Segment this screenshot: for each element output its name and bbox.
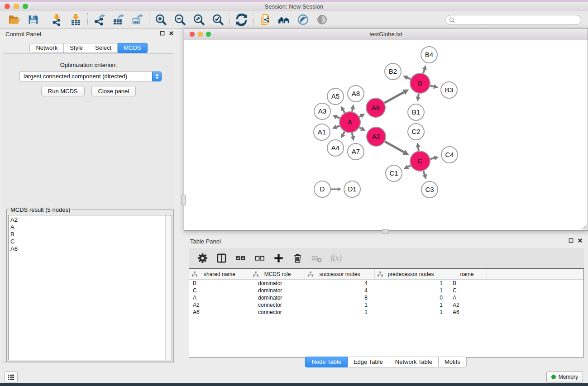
zoom-fit-icon[interactable] xyxy=(192,13,206,26)
column-header-shared-name[interactable]: shared name xyxy=(189,269,250,279)
add-column-icon[interactable] xyxy=(272,253,284,264)
import-table-icon[interactable] xyxy=(69,13,82,26)
delete-table-icon[interactable] xyxy=(311,253,322,264)
column-header-predecessor-nodes[interactable]: predecessor nodes xyxy=(375,269,447,279)
network-minimize-button[interactable] xyxy=(198,32,203,37)
network-titlebar[interactable]: testGlobe.txt xyxy=(184,29,588,41)
table-row[interactable]: A6connector11A6 xyxy=(189,309,583,316)
close-window-button[interactable] xyxy=(5,4,10,9)
graph-node-C4[interactable]: C4 xyxy=(441,147,458,163)
network-close-button[interactable] xyxy=(190,32,195,37)
memory-button[interactable]: Memory xyxy=(546,372,583,382)
settings-icon[interactable] xyxy=(196,253,208,264)
column-header-name[interactable]: name xyxy=(447,269,487,279)
graph-node-A4[interactable]: A4 xyxy=(327,140,344,156)
network-from-selection-icon[interactable] xyxy=(258,13,272,26)
table-cell[interactable]: 1 xyxy=(375,287,447,294)
minimize-window-button[interactable] xyxy=(14,4,19,9)
function-builder-icon[interactable]: f(x) xyxy=(330,253,342,263)
optimization-criterion-dropdown[interactable]: largest connected component (directed) xyxy=(19,71,162,81)
table-cell[interactable]: 1 xyxy=(375,280,447,286)
table-cell[interactable]: 1 xyxy=(305,302,375,308)
table-row[interactable]: Adominator80A xyxy=(189,294,583,301)
float-table-panel-icon[interactable] xyxy=(569,238,574,243)
close-table-panel-icon[interactable] xyxy=(578,238,583,243)
save-icon[interactable] xyxy=(27,13,40,26)
column-header-successor-nodes[interactable]: successor nodes xyxy=(305,269,375,279)
graph-node-B1[interactable]: B1 xyxy=(408,104,424,120)
table-cell[interactable]: 8 xyxy=(305,295,375,301)
open-icon[interactable] xyxy=(8,13,21,26)
graph-node-A7[interactable]: A7 xyxy=(348,143,364,160)
table-cell[interactable]: connector xyxy=(250,302,305,308)
float-panel-icon[interactable] xyxy=(160,31,165,36)
zoom-out-icon[interactable] xyxy=(173,13,186,26)
table-cell[interactable]: dominator xyxy=(250,280,305,286)
mcds-result-item[interactable]: B xyxy=(10,231,166,238)
graph-node-C[interactable]: C xyxy=(410,151,430,171)
run-mcds-button[interactable]: Run MCDS xyxy=(41,86,85,96)
tab-mcds[interactable]: MCDS xyxy=(118,43,147,53)
table-row[interactable]: A2connector11A2 xyxy=(189,301,583,309)
table-cell[interactable]: dominator xyxy=(250,295,305,301)
vertical-splitter-grip[interactable] xyxy=(181,195,186,205)
table-cell[interactable]: 1 xyxy=(305,309,375,315)
show-hide-eye-icon[interactable] xyxy=(316,13,329,26)
graph-node-D1[interactable]: D1 xyxy=(344,181,360,197)
graph-node-C2[interactable]: C2 xyxy=(408,124,424,140)
table-cell[interactable]: 4 xyxy=(305,280,375,286)
task-history-button[interactable] xyxy=(5,372,18,382)
tab-node-table[interactable]: Node Table xyxy=(305,357,348,367)
table-cell[interactable]: B xyxy=(189,280,250,286)
column-header-MCDS-role[interactable]: MCDS role xyxy=(250,269,305,279)
table-cell[interactable]: A xyxy=(447,295,487,301)
table-cell[interactable]: A2 xyxy=(447,302,487,308)
network-zoom-button[interactable] xyxy=(206,32,211,37)
tab-motifs[interactable]: Motifs xyxy=(439,357,467,367)
table-cell[interactable]: A2 xyxy=(189,302,250,308)
resize-grip-icon[interactable] xyxy=(580,223,587,230)
refresh-icon[interactable] xyxy=(235,13,248,26)
zoom-window-button[interactable] xyxy=(23,4,28,9)
table-cell[interactable]: 1 xyxy=(375,309,447,315)
table-cell[interactable]: A xyxy=(189,295,250,301)
graph-node-B2[interactable]: B2 xyxy=(385,63,401,80)
deselect-all-icon[interactable] xyxy=(253,253,265,264)
graph-node-A8[interactable]: A8 xyxy=(348,86,364,102)
graph-node-A[interactable]: A xyxy=(339,112,360,133)
toggle-graphics-details-icon[interactable] xyxy=(296,13,310,26)
table-cell[interactable]: C xyxy=(447,287,487,294)
delete-column-icon[interactable] xyxy=(292,253,303,264)
mcds-result-item[interactable]: A xyxy=(10,224,166,231)
column-view-icon[interactable] xyxy=(215,253,227,264)
import-network-icon[interactable] xyxy=(50,13,63,26)
graph-node-B[interactable]: B xyxy=(410,73,430,93)
table-cell[interactable]: dominator xyxy=(250,287,305,294)
graph-node-D[interactable]: D xyxy=(314,181,330,197)
select-all-icon[interactable] xyxy=(234,253,246,264)
tab-network-table[interactable]: Network Table xyxy=(389,357,439,367)
graph-node-B4[interactable]: B4 xyxy=(421,47,437,63)
graph-node-B3[interactable]: B3 xyxy=(441,82,457,98)
table-cell[interactable]: 4 xyxy=(305,287,375,294)
close-panel-icon[interactable] xyxy=(169,31,174,36)
result-scrollbar[interactable] xyxy=(165,215,172,360)
horizontal-splitter-grip[interactable] xyxy=(382,229,389,234)
table-cell[interactable]: C xyxy=(189,287,250,294)
table-cell[interactable]: A6 xyxy=(447,309,487,315)
search-input[interactable] xyxy=(445,15,581,25)
export-table-icon[interactable] xyxy=(112,13,125,26)
export-image-icon[interactable] xyxy=(131,13,144,26)
export-network-icon[interactable] xyxy=(93,13,106,26)
tab-edge-table[interactable]: Edge Table xyxy=(348,357,389,367)
table-cell[interactable]: connector xyxy=(250,309,305,315)
tab-network[interactable]: Network xyxy=(29,43,64,53)
graph-node-A6[interactable]: A6 xyxy=(366,98,385,117)
table-row[interactable]: Cdominator41C xyxy=(189,287,583,294)
mcds-result-item[interactable]: C xyxy=(10,238,166,245)
graph-node-A1[interactable]: A1 xyxy=(314,124,330,140)
mcds-result-item[interactable]: A2 xyxy=(10,216,166,224)
graph-node-A2[interactable]: A2 xyxy=(367,127,386,146)
network-canvas[interactable]: B4B2BB3A5A8A6B1A3AC2A1A2A4A7C4CC1C3DD1 xyxy=(184,40,588,230)
table-cell[interactable]: 0 xyxy=(375,295,447,301)
